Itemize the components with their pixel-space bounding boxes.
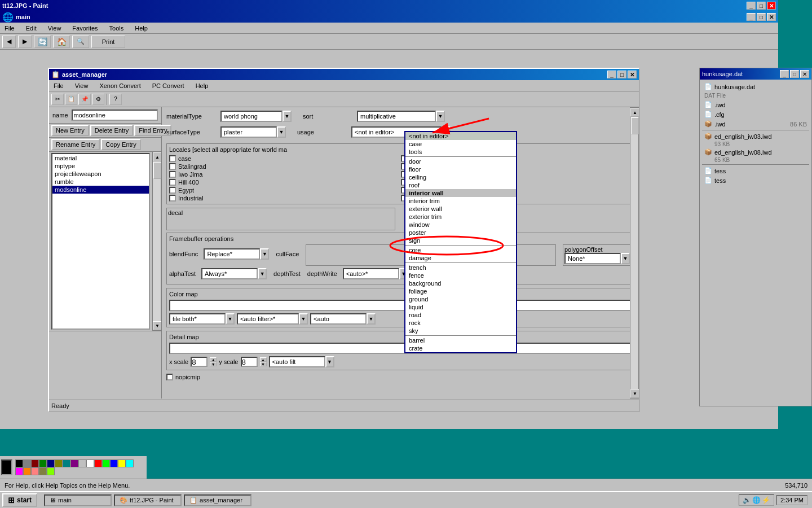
detailmap-input[interactable] xyxy=(169,343,632,354)
blendfunc-arrow[interactable]: ▼ xyxy=(260,248,269,260)
surface-type-arrow[interactable]: ▼ xyxy=(277,126,286,138)
swatch-lime[interactable] xyxy=(47,467,55,475)
tile-value[interactable]: tile both* xyxy=(169,313,226,325)
current-color-box[interactable] xyxy=(1,459,12,475)
dropdown-item-damage[interactable]: damage xyxy=(405,254,516,262)
alphatest-arrow[interactable]: ▼ xyxy=(258,268,267,279)
rename-entry-button[interactable]: Rename Entry xyxy=(51,139,100,150)
swatch-cyan[interactable] xyxy=(126,459,134,467)
file-item-hunkusage[interactable]: 📄 hunkusage.dat xyxy=(702,82,809,91)
file-item-iw08[interactable]: 📦 ed_english_iw08.iwd xyxy=(702,147,809,157)
autofilter2-arrow[interactable]: ▼ xyxy=(325,356,334,367)
dropdown-item-foliage[interactable]: foliage xyxy=(405,287,516,295)
toolbar-help-icon[interactable]: ? xyxy=(109,94,122,105)
file-panel-minimize[interactable]: _ xyxy=(780,70,789,78)
dropdown-item-ground[interactable]: ground xyxy=(405,295,516,303)
file-panel-close[interactable]: ✕ xyxy=(800,70,809,78)
material-type-arrow[interactable]: ▼ xyxy=(283,111,292,122)
polygon-offset-value[interactable]: None* xyxy=(564,253,621,264)
auto-arrow[interactable]: ▼ xyxy=(367,313,376,325)
list-item-material[interactable]: material xyxy=(52,154,149,162)
browser-menu-file[interactable]: File xyxy=(2,24,17,33)
scroll-thumb[interactable] xyxy=(153,162,161,179)
dropdown-item-interior-trim[interactable]: interior trim xyxy=(405,197,516,205)
toolbar-prop-icon[interactable]: ⚙ xyxy=(92,94,104,105)
taskbar-item-asset[interactable]: 📋 asset_manager xyxy=(184,494,251,506)
swatch-darkyellow[interactable] xyxy=(55,459,63,467)
swatch-pink[interactable] xyxy=(31,467,39,475)
scroll-up-btn[interactable]: ▲ xyxy=(153,152,161,161)
name-input[interactable] xyxy=(72,110,158,121)
copy-entry-button[interactable]: Copy Entry xyxy=(101,139,140,150)
dropdown-item-trench[interactable]: trench xyxy=(405,264,516,271)
right-scroll-down[interactable]: ▼ xyxy=(630,389,639,398)
list-item-rumble[interactable]: rumble xyxy=(52,178,149,186)
asset-maximize-btn[interactable]: □ xyxy=(617,71,626,78)
asset-menu-view[interactable]: View xyxy=(72,81,92,90)
dropdown-item-ceiling[interactable]: ceiling xyxy=(405,173,516,181)
nopicmip-checkbox[interactable] xyxy=(166,374,173,380)
new-entry-button[interactable]: New Entry xyxy=(51,125,89,136)
locale-industrial-checkbox[interactable] xyxy=(169,195,176,202)
dropdown-item-liquid[interactable]: liquid xyxy=(405,303,516,311)
browser-menu-view[interactable]: View xyxy=(46,24,64,33)
colormap-input[interactable] xyxy=(169,300,632,311)
swatch-red[interactable] xyxy=(94,459,102,467)
browser-maximize-btn[interactable]: □ xyxy=(757,13,766,21)
locale-hill400-checkbox[interactable] xyxy=(169,179,176,186)
file-panel-maximize[interactable]: □ xyxy=(790,70,799,78)
paint-maximize-btn[interactable]: □ xyxy=(757,2,766,10)
swatch-blue[interactable] xyxy=(110,459,118,467)
dropdown-item-barrel[interactable]: barrel xyxy=(405,336,516,344)
taskbar-item-main[interactable]: 🖥 main xyxy=(44,494,112,506)
right-scrollbar[interactable]: ▲ ▼ xyxy=(630,107,639,398)
back-btn[interactable]: ◀ xyxy=(2,36,16,48)
swatch-orange[interactable] xyxy=(23,467,31,475)
scroll-down-btn[interactable]: ▼ xyxy=(153,321,161,330)
asset-menu-help[interactable]: Help xyxy=(192,81,212,90)
refresh-btn[interactable]: 🔄 xyxy=(34,36,51,48)
dropdown-item-case[interactable]: case xyxy=(405,140,516,148)
material-type-value[interactable]: world phong xyxy=(220,111,283,122)
swatch-green[interactable] xyxy=(102,459,110,467)
swatch-teal[interactable] xyxy=(63,459,70,467)
list-scrollbar[interactable]: ▲ ▼ xyxy=(152,152,161,331)
filter-value[interactable]: <auto filter>* xyxy=(237,313,299,325)
right-scroll-thumb[interactable] xyxy=(631,117,639,134)
browser-menu-favorites[interactable]: Favorites xyxy=(70,24,100,33)
file-item-iw03[interactable]: 📦 ed_english_iw03.iwd xyxy=(702,132,809,141)
print-btn[interactable]: Print xyxy=(91,36,125,48)
locale-stalingrad-checkbox[interactable] xyxy=(169,163,176,170)
forward-btn[interactable]: ▶ xyxy=(18,36,32,48)
paint-close-btn[interactable]: ✕ xyxy=(767,2,776,10)
alphatest-value[interactable]: Always* xyxy=(201,268,258,279)
toolbar-cut-icon[interactable]: ✂ xyxy=(51,94,64,105)
locale-iwo-jima-checkbox[interactable] xyxy=(169,171,176,178)
blendfunc-value[interactable]: Replace* xyxy=(204,248,260,260)
sort-value[interactable]: multiplicative xyxy=(357,111,436,122)
dropdown-item-window[interactable]: window xyxy=(405,221,516,229)
file-item-cfg[interactable]: 📄 .cfg xyxy=(702,110,809,119)
surface-type-value[interactable]: plaster xyxy=(220,126,277,138)
asset-menu-xenon[interactable]: Xenon Convert xyxy=(96,81,144,90)
toolbar-copy-icon[interactable]: 📋 xyxy=(65,94,77,105)
dropdown-item-interior-wall[interactable]: interior wall xyxy=(405,189,516,197)
right-scroll-up[interactable]: ▲ xyxy=(630,108,639,117)
xscale-up[interactable]: ▲ xyxy=(210,357,217,362)
asset-minimize-btn[interactable]: _ xyxy=(607,71,616,78)
dropdown-item-sign[interactable]: sign xyxy=(405,237,516,244)
browser-menu-help[interactable]: Help xyxy=(133,24,150,33)
browser-close-btn[interactable]: ✕ xyxy=(767,13,776,21)
list-item-modsonline[interactable]: modsonline xyxy=(52,186,149,194)
swatch-purple[interactable] xyxy=(70,459,78,467)
dropdown-item-poster[interactable]: poster xyxy=(405,229,516,237)
swatch-darkgreen[interactable] xyxy=(39,459,47,467)
asset-close-btn[interactable]: ✕ xyxy=(628,71,637,78)
dropdown-item-floor[interactable]: floor xyxy=(405,165,516,173)
polygon-offset-arrow[interactable]: ▼ xyxy=(621,253,630,264)
file-item-tess2[interactable]: 📄 tess xyxy=(702,176,809,185)
asset-menu-pc[interactable]: PC Convert xyxy=(149,81,188,90)
home-btn[interactable]: 🏠 xyxy=(53,36,70,48)
dropdown-item-sky[interactable]: sky xyxy=(405,327,516,335)
filter-arrow[interactable]: ▼ xyxy=(299,313,308,325)
